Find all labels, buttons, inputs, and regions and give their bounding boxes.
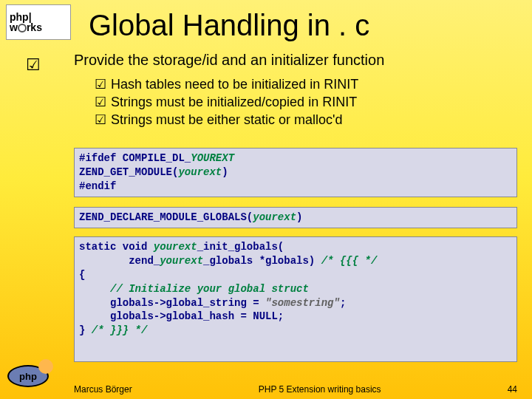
footer-author: Marcus Börger	[74, 384, 132, 395]
sub-bullet: ☑Hash tables need to be initialized in R…	[95, 76, 517, 92]
check-icon: ☑	[95, 112, 111, 128]
sub-bullet-text: Hash tables need to be initialized in RI…	[111, 77, 358, 92]
sub-bullet: ☑Strings must be initialized/copied in R…	[95, 94, 517, 110]
slide: php| wrks Global Handling in . c ☑ Provi…	[0, 0, 532, 399]
sub-bullet-text: Strings must be initialized/copied in RI…	[111, 95, 357, 109]
code-block-1: #ifdef COMPILE_DL_YOUREXT ZEND_GET_MODUL…	[74, 148, 517, 197]
gear-icon	[18, 24, 27, 33]
code-block-3: static void yourext_init_globals( zend_y…	[74, 236, 517, 362]
logo-text-rks: rks	[27, 21, 42, 33]
sub-bullet: ☑Strings must be either static or malloc…	[95, 112, 517, 128]
code-line: } /* }}} */	[79, 324, 512, 338]
slide-title: Global Handling in . c	[89, 9, 369, 42]
code-line: zend_yourext_globals *globals) /* {{{ */	[79, 254, 512, 268]
code-line: static void yourext_init_globals(	[79, 240, 512, 254]
check-icon: ☑	[95, 94, 111, 110]
code-line: globals->global_string = "somestring";	[79, 296, 512, 310]
check-icon: ☑	[95, 76, 111, 92]
main-bullet: Provide the storage/id and an initialize…	[74, 52, 517, 69]
logo-line2: wrks	[10, 21, 42, 33]
code-line: {	[79, 268, 512, 282]
body-content: Provide the storage/id and an initialize…	[74, 52, 517, 129]
sub-bullet-list: ☑Hash tables need to be initialized in R…	[95, 76, 517, 128]
logo-text-w: w	[10, 21, 18, 33]
php-logo: php	[7, 365, 59, 395]
code-line: globals->global_hash = NULL;	[79, 310, 512, 324]
code-line: #ifdef COMPILE_DL_YOUREXT	[79, 151, 512, 166]
footer-page: 44	[508, 384, 517, 395]
code-line: #endif	[79, 180, 512, 194]
php-logo-text: php	[19, 371, 37, 382]
logo-phpworks: php| wrks	[6, 4, 71, 40]
code-line: ZEND_GET_MODULE(yourext)	[79, 166, 512, 180]
php-logo-oval: php	[7, 365, 49, 387]
footer-center: PHP 5 Extension writing basics	[259, 384, 381, 395]
code-line: ZEND_DECLARE_MODULE_GLOBALS(yourext)	[79, 211, 512, 225]
sub-bullet-text: Strings must be either static or malloc'…	[111, 112, 343, 127]
code-block-2: ZEND_DECLARE_MODULE_GLOBALS(yourext)	[74, 207, 517, 228]
footer: Marcus Börger PHP 5 Extension writing ba…	[74, 384, 517, 395]
code-line: // Initialize your global struct	[79, 282, 512, 296]
check-icon: ☑	[26, 55, 41, 75]
